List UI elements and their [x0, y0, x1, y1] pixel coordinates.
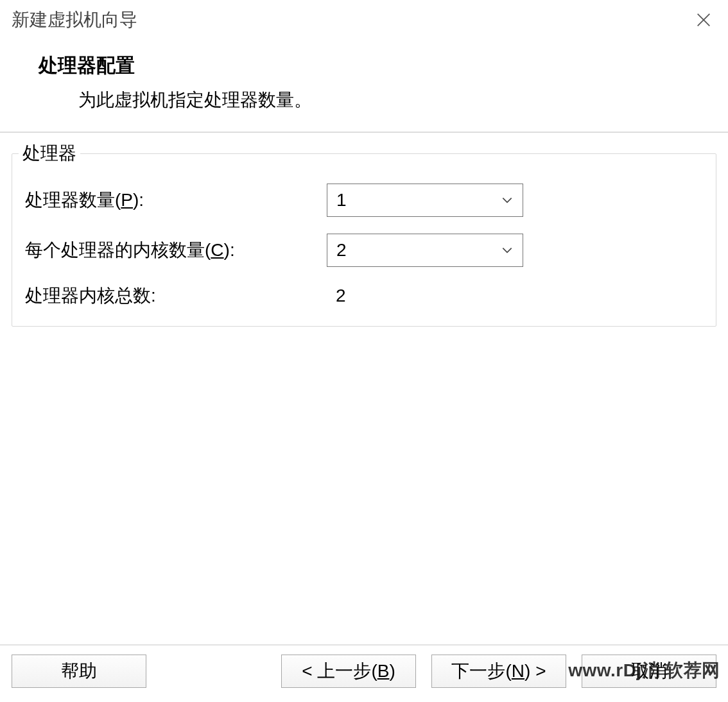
button-bar: 帮助 < 上一步(B) 下一步(N) > 取消	[0, 655, 728, 688]
close-icon	[695, 11, 713, 29]
header-section: 处理器配置 为此虚拟机指定处理器数量。	[0, 40, 728, 132]
select-cores-per-processor[interactable]: 2	[327, 234, 523, 267]
help-button[interactable]: 帮助	[12, 655, 146, 688]
next-button[interactable]: 下一步(N) >	[431, 655, 566, 688]
content-area: 处理器 处理器数量(P): 1 每个处理器的内核数量(C): 2	[0, 133, 728, 327]
label-processor-count: 处理器数量(P):	[25, 188, 327, 212]
select-processor-count[interactable]: 1	[327, 184, 523, 217]
cancel-button[interactable]: 取消	[582, 655, 716, 688]
processor-group: 处理器 处理器数量(P): 1 每个处理器的内核数量(C): 2	[12, 153, 716, 327]
row-processor-count: 处理器数量(P): 1	[25, 184, 703, 217]
window-title: 新建虚拟机向导	[12, 8, 137, 32]
back-button[interactable]: < 上一步(B)	[281, 655, 416, 688]
page-title: 处理器配置	[39, 53, 689, 79]
select-processor-count-value: 1	[336, 190, 501, 210]
page-subtitle: 为此虚拟机指定处理器数量。	[39, 88, 689, 112]
row-total-cores: 处理器内核总数: 2	[25, 284, 703, 308]
row-cores-per-processor: 每个处理器的内核数量(C): 2	[25, 234, 703, 267]
label-total-cores: 处理器内核总数:	[25, 284, 327, 308]
chevron-down-icon	[501, 194, 514, 207]
label-cores-per-processor: 每个处理器的内核数量(C):	[25, 238, 327, 262]
footer-divider	[0, 644, 728, 646]
select-cores-per-processor-value: 2	[336, 240, 501, 261]
group-legend: 处理器	[19, 141, 80, 166]
value-total-cores: 2	[327, 286, 346, 306]
titlebar: 新建虚拟机向导	[0, 0, 728, 40]
close-button[interactable]	[691, 7, 716, 33]
chevron-down-icon	[501, 244, 514, 257]
